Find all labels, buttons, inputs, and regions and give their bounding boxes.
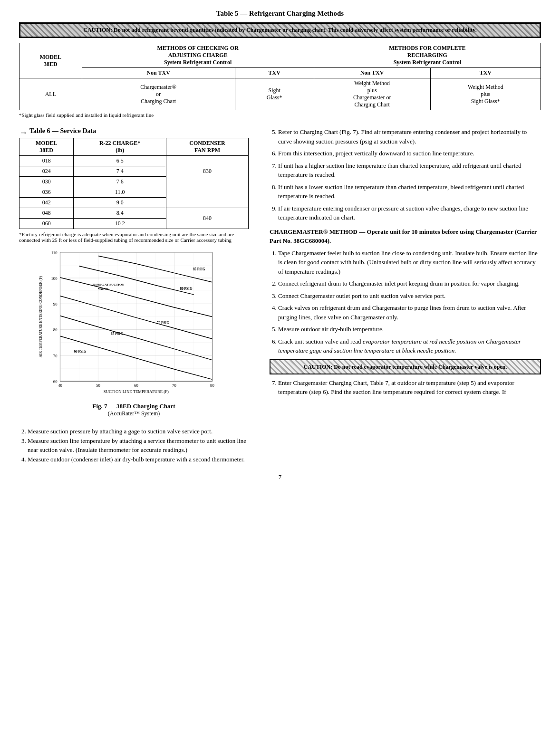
table5-adjust-subheader: System Refrigerant Control <box>164 59 232 66</box>
right-column: Refer to Charging Chart (Fig. 7). Find a… <box>270 127 541 400</box>
svg-text:75 PSIG AT SUCTION: 75 PSIG AT SUCTION <box>92 283 124 286</box>
table5-wrapper: MODEL38ED METHODS OF CHECKING ORADJUSTIN… <box>19 43 541 118</box>
chart-section: 110 100 90 80 70 60 40 50 60 70 80 AIR T… <box>19 248 249 417</box>
table6-model-042: 042 <box>19 198 74 208</box>
step-2: Measure suction pressure by attaching a … <box>28 427 249 436</box>
steps-2-4: Measure suction pressure by attaching a … <box>19 427 249 464</box>
table5-complete-txv: Weight MethodplusSight Glass* <box>430 78 541 110</box>
step-3: Measure suction line temperature by atta… <box>28 436 249 455</box>
table6-section: → Table 6 — Service Data MODEL38ED R-22 … <box>19 127 249 417</box>
table6-model-036: 036 <box>19 187 74 198</box>
svg-text:VALVE: VALVE <box>98 287 109 290</box>
table6-rpm-empty <box>166 187 248 208</box>
svg-text:110: 110 <box>51 250 58 255</box>
table6-rpm-group1: 830 <box>166 156 248 187</box>
table6-charge-header: R-22 CHARGE*(lb) <box>74 138 166 156</box>
page-number: 7 <box>19 473 541 481</box>
cm-step-1: Tape Chargemaster feeler bulb to suction… <box>278 249 541 277</box>
cm-step-2: Connect refrigerant drum to Chargemaster… <box>278 279 541 288</box>
svg-text:SUCTION LINE TEMPERATURE (F): SUCTION LINE TEMPERATURE (F) <box>104 389 169 394</box>
svg-text:80: 80 <box>210 383 214 388</box>
table6-model-048: 048 <box>19 208 74 219</box>
table6-charge-024: 7 4 <box>74 166 166 177</box>
cm-step-6: Crack unit suction valve and read evapor… <box>278 337 541 355</box>
cm-step-4: Crack valves on refrigerant drum and Cha… <box>278 303 541 322</box>
chargemaster-steps: Tape Chargemaster feeler bulb to suction… <box>270 249 541 355</box>
table5-adjust-nontxv: Chargemaster®orCharging Chart <box>82 78 235 110</box>
table6-charge-048: 8.4 <box>74 208 166 219</box>
table6-charge-030: 7 6 <box>74 177 166 187</box>
step-4: Measure outdoor (condenser inlet) air dr… <box>28 455 249 464</box>
svg-text:AIR TEMPERATURE ENTERING CONDE: AIR TEMPERATURE ENTERING CONDENSER (F) <box>39 276 43 357</box>
step-5: Refer to Charging Chart (Fig. 7). Find a… <box>278 127 541 146</box>
cm-step-7: Enter Chargemaster Charging Chart, Table… <box>278 378 541 397</box>
table5-complete-header: METHODS FOR COMPLETERECHARGINGSystem Ref… <box>314 43 541 68</box>
cm-step-3: Connect Chargemaster outlet port to unit… <box>278 291 541 301</box>
table5-model-all: ALL <box>19 78 82 110</box>
table5-nontxv1: Non TXV <box>82 68 235 78</box>
svg-text:80 PSIG: 80 PSIG <box>180 287 193 291</box>
table6-rpm-header: CONDENSERFAN RPM <box>166 138 248 156</box>
table5-nontxv2: Non TXV <box>314 68 430 78</box>
table5-model-header: MODEL38ED <box>19 43 82 78</box>
chart-container: 110 100 90 80 70 60 40 50 60 70 80 AIR T… <box>19 248 249 400</box>
table5-complete-subheader: System Refrigerant Control <box>394 59 461 66</box>
table5-complete-nontxv: Weight MethodplusChargemaster orCharging… <box>314 78 430 110</box>
table5-footnote: *Sight glass field supplied and installe… <box>19 112 541 118</box>
table5-txv2: TXV <box>430 68 541 78</box>
svg-text:40: 40 <box>58 383 62 388</box>
table6-charge-060: 10 2 <box>74 219 166 229</box>
cm-step-5: Measure outdoor air dry-bulb temperature… <box>278 325 541 334</box>
chargemaster-steps-continued: Enter Chargemaster Charging Chart, Table… <box>270 378 541 397</box>
svg-text:70: 70 <box>172 383 176 388</box>
caution-inline: CAUTION: Do not read evaporator temperat… <box>270 359 541 374</box>
table5: MODEL38ED METHODS OF CHECKING ORADJUSTIN… <box>19 43 541 110</box>
steps-below-chart: Measure suction pressure by attaching a … <box>19 427 249 464</box>
table6-model-060: 060 <box>19 219 74 229</box>
caution-top: CAUTION: Do not add refrigerant beyond q… <box>19 22 541 38</box>
table6-charge-042: 9 0 <box>74 198 166 208</box>
arrow-icon: → <box>19 128 28 138</box>
chart-subtitle: (AccuRater™ System) <box>19 410 249 417</box>
table6-charge-036: 11.0 <box>74 187 166 198</box>
svg-text:90: 90 <box>53 302 58 307</box>
step-8: If unit has a lower suction line tempera… <box>278 182 541 201</box>
table6-rpm-group2: 840 <box>166 208 248 229</box>
svg-text:85 PSIG: 85 PSIG <box>193 268 205 271</box>
svg-text:60: 60 <box>53 379 58 384</box>
table6: MODEL38ED R-22 CHARGE*(lb) CONDENSERFAN … <box>19 138 249 229</box>
step-6: From this intersection, project vertical… <box>278 149 541 158</box>
table5-adjust-txv: SightGlass* <box>235 78 314 110</box>
svg-text:70 PSIG: 70 PSIG <box>157 321 169 325</box>
page-title: Table 5 — Refrigerant Charging Methods <box>19 10 541 18</box>
table6-model-header: MODEL38ED <box>19 138 74 156</box>
table6-footnote: *Factory refrigerant charge is adequate … <box>19 231 249 243</box>
table6-model-024: 024 <box>19 166 74 177</box>
table6-model-018: 018 <box>19 156 74 166</box>
table6-title: Table 6 — Service Data <box>29 127 96 135</box>
chart-title: Fig. 7 — 38ED Charging Chart <box>19 403 249 410</box>
step-7: If unit has a higher suction line temper… <box>278 161 541 180</box>
svg-text:60 PSIG: 60 PSIG <box>74 350 86 354</box>
table5-adjust-header: METHODS OF CHECKING ORADJUSTING CHARGESy… <box>82 43 314 68</box>
step-9: If air temperature entering condenser or… <box>278 204 541 222</box>
chargemaster-header: CHARGEMASTER® METHOD — Operate unit for … <box>270 227 541 246</box>
svg-text:65 PSIG: 65 PSIG <box>111 332 123 336</box>
table6-model-030: 030 <box>19 177 74 187</box>
steps-list-top: Refer to Charging Chart (Fig. 7). Find a… <box>270 127 541 222</box>
table6-charge-018: 6 5 <box>74 156 166 166</box>
chart-svg: 110 100 90 80 70 60 40 50 60 70 80 AIR T… <box>19 248 249 400</box>
svg-text:50: 50 <box>96 383 100 388</box>
svg-text:60: 60 <box>134 383 138 388</box>
svg-text:70: 70 <box>53 354 58 358</box>
svg-text:100: 100 <box>51 276 58 281</box>
svg-text:80: 80 <box>53 327 58 332</box>
table5-txv1: TXV <box>235 68 314 78</box>
